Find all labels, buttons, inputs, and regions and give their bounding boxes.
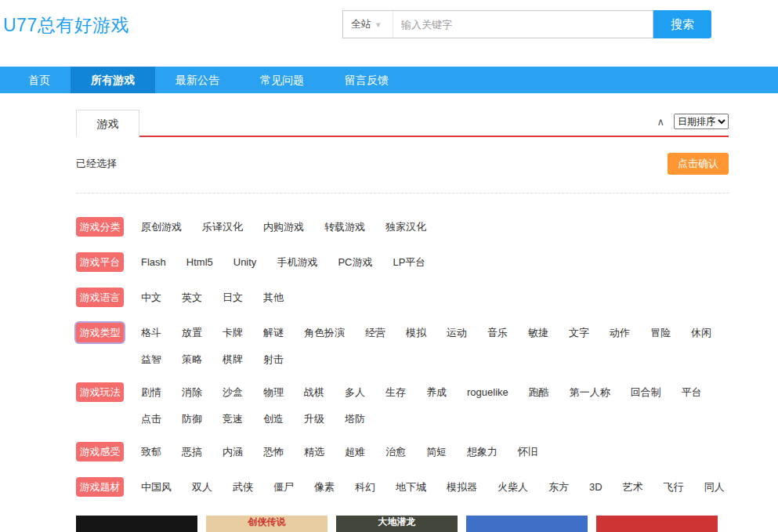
filter-option[interactable]: 塔防 [345, 412, 365, 426]
confirm-button[interactable]: 点击确认 [668, 153, 729, 175]
filter-option[interactable]: Html5 [186, 255, 213, 270]
filter-option[interactable]: 回合制 [631, 385, 661, 400]
game-thumb[interactable]: 创侠传说 [206, 516, 327, 532]
filter-option[interactable]: 动作 [610, 326, 630, 340]
filter-option[interactable]: 地下城 [396, 480, 426, 494]
filter-option[interactable]: 飞行 [664, 480, 684, 494]
filter-option[interactable]: 模拟器 [447, 480, 477, 494]
filter-row: 游戏语言中文英文日文其他 [76, 288, 729, 307]
filter-options: 剧情消除沙盒物理战棋多人生存养成roguelike跑酷第一人称回合制平台点击防御… [141, 382, 729, 426]
filter-option[interactable]: 双人 [192, 480, 212, 494]
site-logo[interactable]: U77总有好游戏 [3, 13, 129, 38]
filter-option[interactable]: 音乐 [487, 326, 508, 340]
filter-option[interactable]: 剧情 [141, 385, 161, 400]
filter-option[interactable]: 恶搞 [182, 445, 202, 459]
filter-option[interactable]: 棋牌 [223, 353, 243, 367]
filter-option[interactable]: Flash [141, 255, 166, 270]
filter-option[interactable]: 内涵 [223, 445, 243, 459]
filter-option[interactable]: 平台 [682, 385, 702, 400]
collapse-up-icon[interactable]: ∧ [657, 117, 664, 127]
filter-option[interactable]: 点击 [141, 412, 161, 426]
filter-option[interactable]: 模拟 [406, 326, 426, 340]
filter-option[interactable]: 治愈 [385, 445, 406, 459]
filter-option[interactable]: 武侠 [233, 480, 253, 494]
filter-option[interactable]: 怀旧 [518, 445, 538, 459]
filter-option[interactable]: 原创游戏 [141, 220, 182, 234]
filter-option[interactable]: 乐译汉化 [202, 220, 243, 234]
filter-option[interactable]: 物理 [263, 385, 284, 400]
filter-option[interactable]: 敏捷 [528, 326, 548, 340]
filter-option[interactable]: 致郁 [141, 445, 161, 459]
filter-option[interactable]: 休闲 [691, 326, 711, 340]
game-thumb[interactable]: 大地潜龙 [336, 516, 458, 532]
filter-option[interactable]: 火柴人 [498, 480, 528, 494]
filter-option[interactable]: 放置 [182, 326, 202, 340]
filter-option[interactable]: 运动 [447, 326, 467, 340]
filter-option[interactable]: 恐怖 [263, 445, 284, 459]
filter-option[interactable]: 中国风 [141, 480, 172, 494]
filter-option[interactable]: 想象力 [467, 445, 498, 459]
nav-item-4[interactable]: 留言反馈 [324, 67, 409, 93]
filter-category-tag: 游戏分类 [76, 217, 124, 237]
filter-option[interactable]: 角色扮演 [304, 326, 345, 340]
game-thumb[interactable] [466, 516, 588, 532]
filter-option[interactable]: 简短 [426, 445, 447, 459]
filter-option[interactable]: 3D [589, 480, 602, 494]
game-thumb[interactable] [76, 516, 197, 532]
nav-item-2[interactable]: 最新公告 [155, 67, 240, 93]
filter-option[interactable]: 益智 [141, 353, 161, 367]
filter-option[interactable]: 养成 [426, 385, 447, 400]
filter-option[interactable]: 其他 [263, 291, 284, 305]
filter-option[interactable]: 第一人称 [570, 385, 610, 400]
nav-item-0[interactable]: 首页 [8, 67, 71, 93]
main-content: 游戏 ∧ 日期排序 已经选择 点击确认 游戏分类原创游戏乐译汉化内购游戏转载游戏… [76, 93, 729, 532]
nav-item-1[interactable]: 所有游戏 [71, 67, 155, 93]
filter-option[interactable]: 超难 [345, 445, 365, 459]
filter-option[interactable]: 策略 [182, 353, 202, 367]
search-input[interactable] [393, 11, 653, 38]
filter-option[interactable]: 中文 [141, 291, 161, 305]
search-button[interactable]: 搜索 [653, 10, 711, 38]
filter-option[interactable]: 日文 [223, 291, 243, 305]
filter-option[interactable]: 艺术 [623, 480, 643, 494]
filter-option[interactable]: 手机游戏 [277, 255, 317, 270]
filter-option[interactable]: 卡牌 [223, 326, 243, 340]
search-scope-select[interactable]: 全站 ▾ [343, 11, 393, 38]
filter-option[interactable]: 内购游戏 [263, 220, 304, 234]
filter-option[interactable]: 射击 [263, 353, 284, 367]
filter-option[interactable]: PC游戏 [338, 255, 372, 270]
sort-select[interactable]: 日期排序 [674, 114, 729, 129]
filter-option[interactable]: 升级 [304, 412, 324, 426]
filter-option[interactable]: roguelike [467, 385, 508, 400]
filter-option[interactable]: 格斗 [141, 326, 161, 340]
filter-option[interactable]: 多人 [345, 385, 365, 400]
filter-option[interactable]: 竞速 [223, 412, 243, 426]
filter-option[interactable]: 精选 [304, 445, 324, 459]
filter-option[interactable]: 战棋 [304, 385, 324, 400]
filter-category-tag: 游戏平台 [76, 252, 124, 272]
tab-games[interactable]: 游戏 [76, 110, 139, 137]
filter-option[interactable]: 像素 [314, 480, 335, 494]
filter-option[interactable]: 沙盒 [223, 385, 243, 400]
filter-option[interactable]: 创造 [263, 412, 284, 426]
nav-item-3[interactable]: 常见问题 [240, 67, 324, 93]
filter-option[interactable]: 经营 [365, 326, 385, 340]
filter-option[interactable]: 科幻 [355, 480, 375, 494]
filter-option[interactable]: 僵尸 [273, 480, 294, 494]
filter-option[interactable]: 东方 [548, 480, 569, 494]
filter-option[interactable]: Unity [233, 255, 257, 270]
filter-option[interactable]: 独家汉化 [385, 220, 426, 234]
filter-option[interactable]: 防御 [182, 412, 202, 426]
filter-option[interactable]: 英文 [182, 291, 202, 305]
filter-option[interactable]: 转载游戏 [324, 220, 365, 234]
game-thumb[interactable] [596, 516, 718, 532]
filter-option[interactable]: 同人 [704, 480, 725, 494]
filter-option[interactable]: 文字 [569, 326, 589, 340]
filter-option[interactable]: LP平台 [393, 255, 425, 270]
filter-option[interactable]: 消除 [182, 385, 202, 400]
filter-option[interactable]: 冒险 [650, 326, 671, 340]
filter-option[interactable]: 跑酷 [529, 385, 549, 400]
filter-options: 致郁恶搞内涵恐怖精选超难治愈简短想象力怀旧 [141, 442, 729, 459]
filter-option[interactable]: 解谜 [263, 326, 284, 340]
filter-option[interactable]: 生存 [385, 385, 406, 400]
